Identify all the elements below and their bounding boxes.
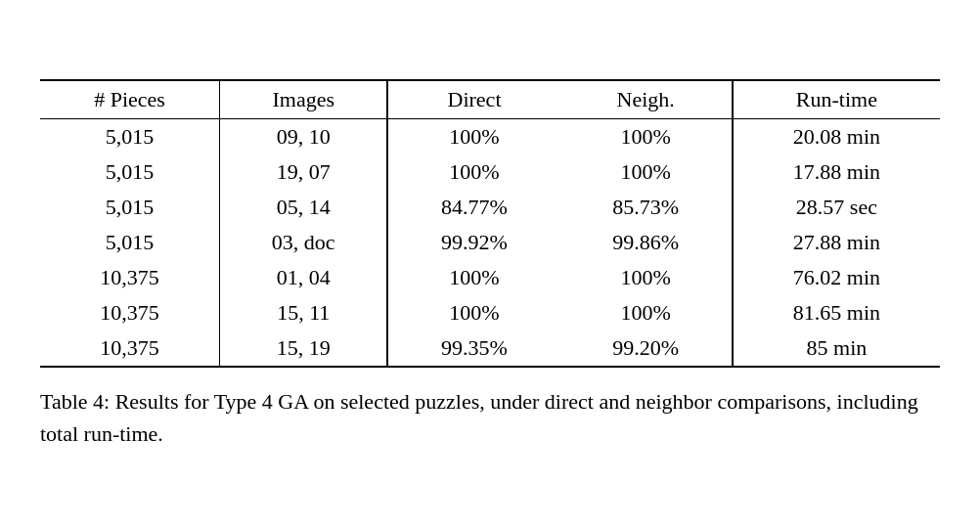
table-cell: 5,015 [40,154,220,190]
table-cell: 01, 04 [220,260,388,295]
table-row: 10,37515, 11100%100%81.65 min [40,295,940,330]
table-cell: 84.77% [387,190,559,225]
table-cell: 85.73% [560,190,733,225]
table-cell: 20.08 min [733,118,940,154]
table-cell: 19, 07 [220,154,388,190]
col-runtime: Run-time [733,80,940,119]
table-cell: 100% [560,260,733,295]
table-cell: 81.65 min [733,295,940,330]
col-direct: Direct [387,80,559,119]
col-images: Images [220,80,388,119]
table-row: 5,01519, 07100%100%17.88 min [40,154,940,190]
table-cell: 100% [560,118,733,154]
table-cell: 09, 10 [220,118,388,154]
main-container: # Pieces Images Direct Neigh. Run-time 5… [40,79,940,450]
table-cell: 10,375 [40,295,220,330]
table-cell: 27.88 min [733,225,940,260]
table-cell: 99.92% [387,225,559,260]
table-cell: 100% [387,295,559,330]
table-cell: 5,015 [40,190,220,225]
table-cell: 5,015 [40,225,220,260]
table-cell: 17.88 min [733,154,940,190]
table-cell: 15, 11 [220,295,388,330]
table-row: 10,37501, 04100%100%76.02 min [40,260,940,295]
table-cell: 99.86% [560,225,733,260]
table-row: 5,01503, doc99.92%99.86%27.88 min [40,225,940,260]
table-cell: 15, 19 [220,330,388,367]
table-row: 10,37515, 1999.35%99.20%85 min [40,330,940,367]
table-cell: 85 min [733,330,940,367]
table-cell: 5,015 [40,118,220,154]
table-cell: 100% [560,154,733,190]
table-cell: 100% [387,118,559,154]
table-row: 5,01505, 1484.77%85.73%28.57 sec [40,190,940,225]
table-cell: 05, 14 [220,190,388,225]
table-cell: 100% [560,295,733,330]
table-cell: 76.02 min [733,260,940,295]
table-header-row: # Pieces Images Direct Neigh. Run-time [40,80,940,119]
table-cell: 99.35% [387,330,559,367]
table-cell: 99.20% [560,330,733,367]
col-pieces: # Pieces [40,80,220,119]
col-neigh: Neigh. [560,80,733,119]
results-table: # Pieces Images Direct Neigh. Run-time 5… [40,79,940,368]
table-caption: Table 4: Results for Type 4 GA on select… [40,385,940,450]
table-cell: 10,375 [40,330,220,367]
table-row: 5,01509, 10100%100%20.08 min [40,118,940,154]
table-cell: 28.57 sec [733,190,940,225]
table-cell: 10,375 [40,260,220,295]
table-cell: 03, doc [220,225,388,260]
table-cell: 100% [387,154,559,190]
table-cell: 100% [387,260,559,295]
